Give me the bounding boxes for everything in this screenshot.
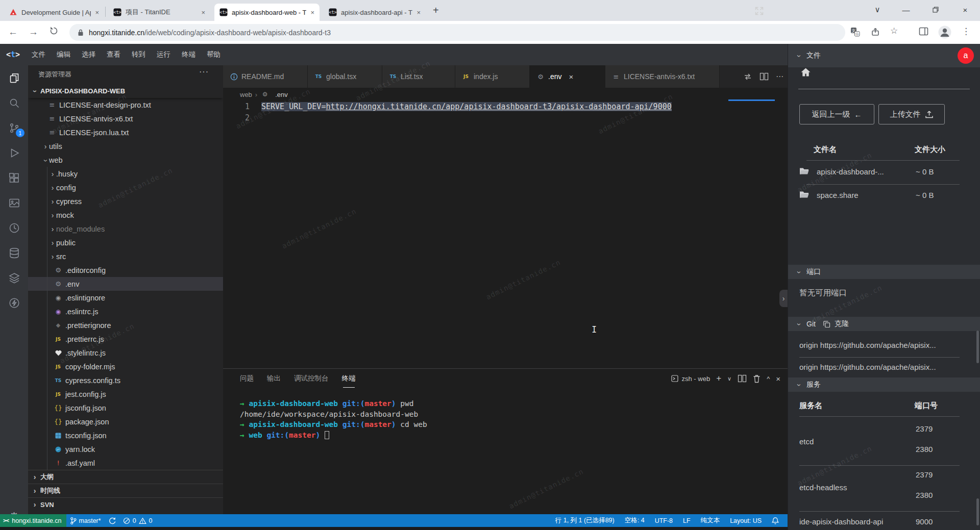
- profile-avatar-icon[interactable]: [938, 26, 951, 39]
- user-avatar[interactable]: a: [958, 47, 974, 64]
- fullscreen-icon[interactable]: [754, 6, 764, 16]
- explorer-icon[interactable]: [0, 65, 28, 90]
- editor-more-actions-icon[interactable]: ⋯: [776, 72, 783, 81]
- tree-file-.prettierrc.js[interactable]: JS.prettierrc.js: [28, 332, 223, 346]
- upload-file-button[interactable]: 上传文件: [878, 104, 945, 124]
- browser-menu-icon[interactable]: ⋮: [962, 26, 970, 37]
- right-scrollbar-thumb[interactable]: [976, 331, 979, 363]
- menu-终端[interactable]: 终端: [176, 50, 201, 59]
- database-icon[interactable]: [0, 240, 28, 265]
- status-空格: 4[interactable]: 空格: 4: [621, 514, 648, 527]
- code-editor[interactable]: 1 SERVE_URL_DEV=http://hongxi.titanide.c…: [223, 101, 788, 368]
- tree-file-LICENSE-antvis-x6.txt[interactable]: ≡LICENSE-antvis-x6.txt: [28, 112, 223, 125]
- panel-tab-终端[interactable]: 终端: [342, 374, 356, 383]
- notifications-bell-icon[interactable]: [768, 514, 782, 527]
- file-row-name[interactable]: space.share: [817, 191, 859, 199]
- tree-file-LICENSE-json.lua.txt[interactable]: ≡LICENSE-json.lua.txt: [28, 125, 223, 139]
- git-branch-status[interactable]: master*: [66, 514, 105, 527]
- tree-file-.asf.yaml[interactable]: !.asf.yaml: [28, 456, 223, 470]
- tab-close-icon[interactable]: ×: [310, 9, 314, 16]
- status-LF[interactable]: LF: [679, 514, 694, 527]
- tree-file-LICENSE-ant-design-pro.txt[interactable]: ≡LICENSE-ant-design-pro.txt: [28, 98, 223, 112]
- browser-tab[interactable]: Development Guide | Apache×: [4, 4, 104, 21]
- search-icon[interactable]: [0, 90, 28, 115]
- terminal-dropdown-icon[interactable]: ∨: [727, 375, 731, 382]
- git-remote-row[interactable]: origin https://github.com/apache/apisix.…: [799, 363, 968, 371]
- tree-file-package.json[interactable]: {}package.json: [28, 415, 223, 428]
- home-icon[interactable]: [800, 67, 811, 77]
- zap-icon[interactable]: [0, 290, 28, 315]
- preview-icon[interactable]: [0, 190, 28, 215]
- reload-icon[interactable]: [49, 26, 59, 36]
- layers-icon[interactable]: [0, 265, 28, 290]
- address-bar[interactable]: hongxi.titanide.cn/ide/web/coding/apisix…: [69, 24, 845, 41]
- forward-icon[interactable]: →: [29, 27, 38, 38]
- browser-tab[interactable]: <t>apisix-dashboard-api - TitanID×: [324, 4, 426, 21]
- menu-查看[interactable]: 查看: [101, 50, 126, 59]
- problems-status[interactable]: 0 0: [119, 514, 156, 527]
- back-icon[interactable]: ←: [8, 27, 18, 38]
- editor-tab-List.tsx[interactable]: TSList.tsx: [382, 65, 455, 88]
- terminal-output[interactable]: → apisix-dashboard-web git:(master) pwd/…: [240, 398, 427, 440]
- new-tab-icon[interactable]: +: [433, 5, 439, 15]
- files-section-header[interactable]: › 文件: [788, 44, 980, 67]
- split-terminal-icon[interactable]: [738, 374, 747, 383]
- status-Layout: US[interactable]: Layout: US: [726, 514, 765, 527]
- panel-tab-调试控制台[interactable]: 调试控制台: [294, 374, 329, 383]
- status-纯文本[interactable]: 纯文本: [697, 514, 724, 527]
- tree-file-.eslintrc.js[interactable]: ◉.eslintrc.js: [28, 305, 223, 318]
- tree-file-.prettierignore[interactable]: ◆.prettierignore: [28, 318, 223, 332]
- menu-文件[interactable]: 文件: [26, 50, 51, 59]
- menu-运行[interactable]: 运行: [151, 50, 176, 59]
- tree-folder-.husky[interactable]: ›.husky: [28, 167, 223, 181]
- menu-帮助[interactable]: 帮助: [201, 50, 226, 59]
- remote-indicator[interactable]: >< hongxi.titanide.cn: [0, 514, 66, 527]
- split-editor-icon[interactable]: [760, 72, 769, 81]
- sync-status[interactable]: [105, 514, 119, 527]
- run-debug-icon[interactable]: [0, 140, 28, 165]
- window-close-icon[interactable]: ×: [957, 2, 974, 17]
- tree-file-.editorconfig[interactable]: ⚙.editorconfig: [28, 263, 223, 277]
- section-大纲[interactable]: ›大纲: [28, 470, 223, 484]
- tree-folder-utils[interactable]: ›utils: [28, 139, 223, 153]
- terminal-session-chip[interactable]: zsh - web: [671, 375, 710, 383]
- panel-collapse-chevron[interactable]: ›: [779, 290, 788, 307]
- tree-file-.env[interactable]: ⚙.env: [28, 277, 223, 291]
- breadcrumb-folder[interactable]: web: [240, 91, 252, 98]
- kill-terminal-icon[interactable]: [753, 374, 761, 383]
- editor-tab-README.md[interactable]: README.md: [223, 65, 308, 88]
- window-restore-icon[interactable]: [927, 2, 944, 17]
- translate-icon[interactable]: 文G: [850, 27, 860, 37]
- panel-tab-问题[interactable]: 问题: [240, 374, 254, 383]
- tree-file-.stylelintrc.js[interactable]: .stylelintrc.js: [28, 346, 223, 360]
- tab-close-icon[interactable]: ×: [201, 9, 205, 16]
- breadcrumb-file[interactable]: .env: [275, 91, 288, 98]
- status-UTF-8[interactable]: UTF-8: [651, 514, 676, 527]
- new-terminal-icon[interactable]: +: [716, 373, 721, 384]
- tree-file-tsconfig.json[interactable]: tsconfig.json: [28, 428, 223, 442]
- file-row-name[interactable]: apisix-dashboard-...: [817, 167, 884, 176]
- tree-folder-web[interactable]: ›web: [28, 153, 223, 167]
- git-remote-row[interactable]: origin https://github.com/apache/apisix.…: [799, 341, 968, 349]
- tab-close-icon[interactable]: ×: [416, 9, 421, 16]
- git-section-header[interactable]: › Git 克隆: [788, 317, 980, 331]
- tab-close-icon[interactable]: ×: [569, 72, 573, 81]
- tree-folder-node_modules[interactable]: ›node_modules: [28, 222, 223, 236]
- tree-file-copy-folder.mjs[interactable]: JScopy-folder.mjs: [28, 360, 223, 373]
- close-panel-icon[interactable]: ×: [776, 374, 780, 383]
- editor-tab-global.tsx[interactable]: TSglobal.tsx: [308, 65, 382, 88]
- tree-file-cypress.config.ts[interactable]: TScypress.config.ts: [28, 373, 223, 387]
- services-section-header[interactable]: › 服务: [788, 377, 980, 392]
- clock-icon[interactable]: [0, 215, 28, 240]
- window-minimize-icon[interactable]: —: [897, 2, 915, 17]
- section-时间线[interactable]: ›时间线: [28, 484, 223, 497]
- section-SVN[interactable]: ›SVN: [28, 497, 223, 511]
- bookmark-star-icon[interactable]: ☆: [890, 26, 898, 36]
- tree-file-jsconfig.json[interactable]: {}jsconfig.json: [28, 401, 223, 415]
- browser-tab[interactable]: <t>项目 - TitanIDE×: [108, 4, 210, 21]
- explorer-root-folder[interactable]: › APISIX-DASHBOARD-WEB: [28, 84, 223, 98]
- tab-close-icon[interactable]: ×: [95, 9, 99, 16]
- explorer-more-actions-icon[interactable]: ···: [199, 67, 209, 77]
- editor-tab-index.js[interactable]: JSindex.js: [455, 65, 530, 88]
- tree-file-jest.config.js[interactable]: JSjest.config.js: [28, 387, 223, 401]
